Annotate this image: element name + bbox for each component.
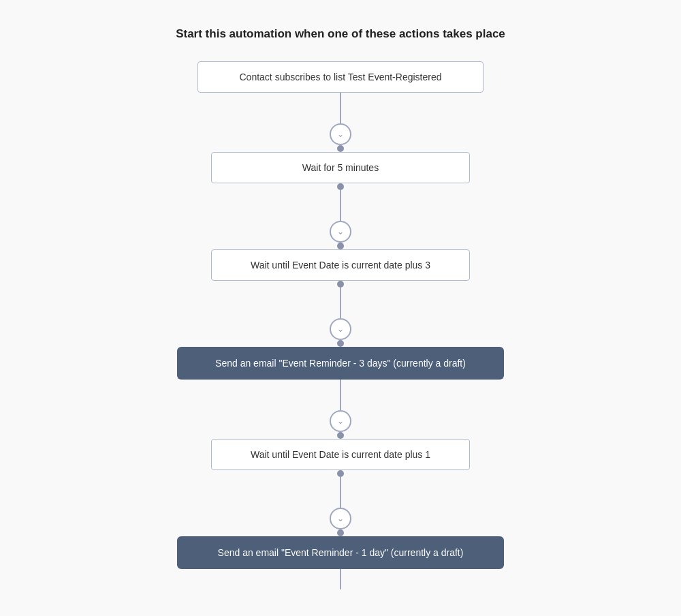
dot-4	[337, 281, 344, 288]
action1-box[interactable]: Send an email "Event Reminder - 3 days" …	[177, 347, 504, 380]
action1-node: Send an email "Event Reminder - 3 days" …	[177, 347, 504, 439]
dot-3	[337, 243, 344, 249]
wait3-node: Wait until Event Date is current date pl…	[211, 439, 470, 536]
connector-line-4	[340, 380, 341, 410]
wait2-box[interactable]: Wait until Event Date is current date pl…	[211, 249, 470, 281]
connector-line-6	[340, 569, 341, 589]
dot-7	[337, 470, 344, 477]
circle-connector-2: ⌄	[330, 221, 351, 243]
wait1-box[interactable]: Wait for 5 minutes	[211, 152, 470, 183]
page-title: Start this automation when one of these …	[176, 27, 505, 41]
circle-connector-3: ⌄	[330, 318, 351, 340]
connector-line-5	[340, 477, 341, 508]
action2-node: Send an email "Event Reminder - 1 day" (…	[177, 536, 504, 589]
wait1-node: Wait for 5 minutes ⌄	[211, 152, 470, 249]
chevron-icon-1: ⌄	[337, 130, 344, 138]
dot-5	[337, 340, 344, 347]
circle-connector-1: ⌄	[330, 123, 351, 145]
trigger-box[interactable]: Contact subscribes to list Test Event-Re…	[197, 61, 484, 93]
wait3-box[interactable]: Wait until Event Date is current date pl…	[211, 439, 470, 470]
connector-line-2	[340, 190, 341, 221]
circle-connector-4: ⌄	[330, 410, 351, 432]
flow-container: Start this automation when one of these …	[14, 27, 667, 589]
trigger-node: Contact subscribes to list Test Event-Re…	[197, 61, 484, 152]
connector-line-3	[340, 288, 341, 318]
dot-8	[337, 529, 344, 536]
action2-box[interactable]: Send an email "Event Reminder - 1 day" (…	[177, 536, 504, 569]
chevron-icon-4: ⌄	[337, 417, 344, 425]
chevron-icon-3: ⌄	[337, 325, 344, 333]
chevron-icon-5: ⌄	[337, 514, 344, 523]
chevron-icon-2: ⌄	[337, 228, 344, 236]
wait2-node: Wait until Event Date is current date pl…	[211, 249, 470, 347]
connector-line-1	[340, 93, 341, 123]
dot-1	[337, 145, 344, 152]
dot-6	[337, 432, 344, 439]
dot-2	[337, 183, 344, 190]
circle-connector-5: ⌄	[330, 508, 351, 529]
